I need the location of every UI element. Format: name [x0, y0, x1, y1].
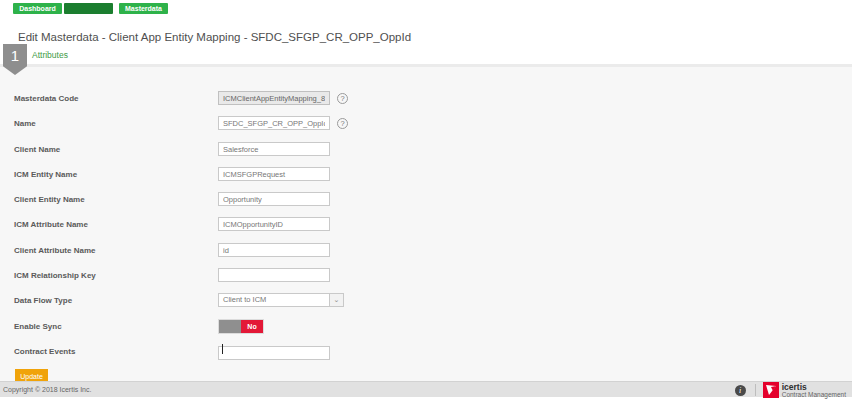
text-caret	[222, 344, 223, 354]
form-row: ICM Attribute Name	[14, 216, 852, 232]
icm-relationship-key-input[interactable]	[218, 268, 330, 282]
footer-divider	[755, 384, 756, 396]
field-label: Name	[14, 119, 218, 128]
form-row: Enable Sync No	[14, 318, 852, 334]
field-label: ICM Relationship Key	[14, 271, 218, 280]
form-row: Masterdata Code ?	[14, 90, 852, 106]
form-row: Client Attribute Name	[14, 242, 852, 258]
icm-attribute-name-input[interactable]	[218, 217, 330, 231]
data-flow-type-select[interactable]: Client to ICM ⌄	[218, 293, 344, 307]
field-label: Enable Sync	[14, 322, 218, 331]
form-row: Client Entity Name	[14, 191, 852, 207]
help-icon[interactable]: ?	[337, 93, 348, 104]
client-attribute-name-input[interactable]	[218, 243, 330, 257]
page-title: Edit Masterdata - Client App Entity Mapp…	[18, 31, 411, 43]
logo-title: icertis	[782, 383, 846, 391]
field-label: Masterdata Code	[14, 94, 218, 103]
form-row: Contract Events	[14, 343, 852, 359]
help-icon[interactable]: ?	[337, 118, 348, 129]
field-label: Client Attribute Name	[14, 246, 218, 255]
info-icon[interactable]: i	[735, 385, 746, 396]
field-label: ICM Entity Name	[14, 170, 218, 179]
form-row: Data Flow Type Client to ICM ⌄	[14, 292, 852, 308]
nav-button-dashboard[interactable]: Dashboard	[13, 3, 62, 14]
field-label: Contract Events	[14, 347, 218, 356]
field-label: Data Flow Type	[14, 296, 218, 305]
form-row: ICM Relationship Key	[14, 267, 852, 283]
toggle-state-label: No	[241, 320, 263, 333]
section-label-attributes: Attributes	[32, 50, 68, 60]
selected-value: Client to ICM	[218, 293, 330, 307]
field-label: Client Name	[14, 145, 218, 154]
masterdata-code-input	[218, 91, 330, 105]
form-row: Name ?	[14, 115, 852, 131]
toggle-knob	[219, 320, 241, 333]
footer-right: i icertis Contract Management	[735, 382, 846, 398]
chevron-down-icon: ⌄	[330, 293, 344, 307]
contract-events-input[interactable]	[218, 346, 330, 360]
field-label: ICM Attribute Name	[14, 220, 218, 229]
field-label: Client Entity Name	[14, 195, 218, 204]
client-entity-name-input[interactable]	[218, 192, 330, 206]
copyright-text: Copyright © 2018 Icertis Inc.	[3, 382, 91, 398]
icertis-logo-mark	[763, 382, 779, 398]
top-nav: Dashboard Masterdata	[13, 3, 168, 14]
icertis-logo: icertis Contract Management	[763, 382, 846, 398]
form-row: ICM Entity Name	[14, 166, 852, 182]
footer-bar: Copyright © 2018 Icertis Inc. i icertis …	[0, 381, 852, 397]
form-row: Client Name	[14, 141, 852, 157]
edit-masterdata-screen: Dashboard Masterdata Edit Masterdata - C…	[0, 0, 852, 403]
logo-text: icertis Contract Management	[782, 383, 846, 398]
attributes-form-panel: Masterdata Code ? Name ? Client Name ICM…	[0, 64, 852, 381]
nav-button-masterdata[interactable]: Masterdata	[119, 3, 168, 14]
name-input[interactable]	[218, 116, 330, 130]
enable-sync-toggle[interactable]: No	[218, 319, 264, 334]
nav-button-middle[interactable]	[64, 3, 113, 14]
client-name-input[interactable]	[218, 142, 330, 156]
icm-entity-name-input[interactable]	[218, 167, 330, 181]
logo-subtitle: Contract Management	[782, 391, 846, 398]
